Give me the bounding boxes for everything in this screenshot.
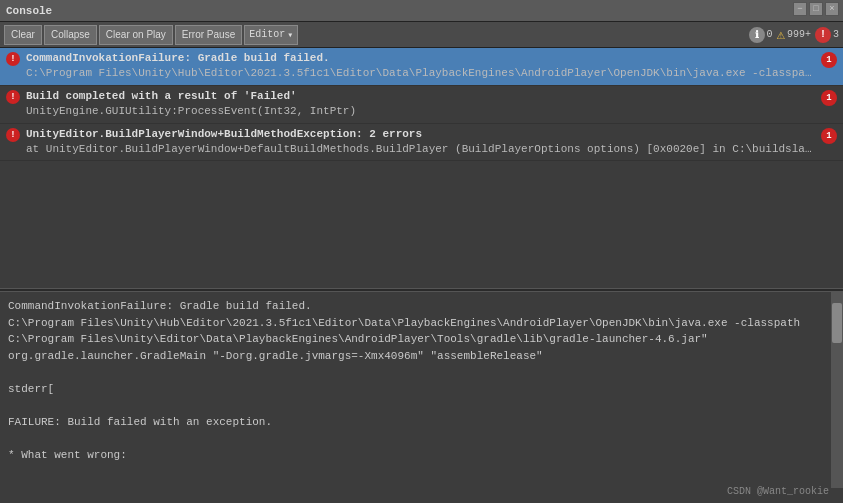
scrollbar-thumb[interactable] [832,303,842,343]
title-bar: Console − □ × [0,0,843,22]
log-count-badge: 1 [821,52,837,68]
warn-indicator[interactable]: ⚠ 999+ [777,26,811,43]
window-controls: − □ × [793,2,839,16]
log-count-badge: 1 [821,128,837,144]
editor-dropdown[interactable]: Editor ▾ [244,25,298,45]
console-log-area: !CommandInvokationFailure: Gradle build … [0,48,843,288]
log-entry[interactable]: !UnityEditor.BuildPlayerWindow+BuildMeth… [0,124,843,162]
toolbar: Clear Collapse Clear on Play Error Pause… [0,22,843,48]
error-icon: ! [6,90,20,104]
error-icon: ! [6,128,20,142]
clear-on-play-button[interactable]: Clear on Play [99,25,173,45]
log-line2: C:\Program Files\Unity\Hub\Editor\2021.3… [26,66,817,81]
log-count-badge: 1 [821,90,837,106]
error-icon: ! [6,52,20,66]
watermark: CSDN @Want_rookie [727,486,829,497]
clear-button[interactable]: Clear [4,25,42,45]
error-indicator[interactable]: ! 3 [815,27,839,43]
log-line2: at UnityEditor.BuildPlayerWindow+Default… [26,142,817,157]
maximize-button[interactable]: □ [809,2,823,16]
log-line1: UnityEditor.BuildPlayerWindow+BuildMetho… [26,127,817,142]
log-text: UnityEditor.BuildPlayerWindow+BuildMetho… [26,127,817,158]
log-entry[interactable]: !Build completed with a result of 'Faile… [0,86,843,124]
close-button[interactable]: × [825,2,839,16]
minimize-button[interactable]: − [793,2,807,16]
editor-label: Editor [249,29,285,40]
error-pause-button[interactable]: Error Pause [175,25,242,45]
info-count: 0 [767,29,773,40]
info-indicator[interactable]: ℹ 0 [749,27,773,43]
log-line1: Build completed with a result of 'Failed… [26,89,817,104]
log-entries-container: !CommandInvokationFailure: Gradle build … [0,48,843,161]
error-count: 3 [833,29,839,40]
detail-panel: CommandInvokationFailure: Gradle build f… [0,292,843,488]
warn-count: 999+ [787,29,811,40]
log-text: CommandInvokationFailure: Gradle build f… [26,51,817,82]
collapse-button[interactable]: Collapse [44,25,97,45]
info-icon: ℹ [749,27,765,43]
log-line2: UnityEngine.GUIUtility:ProcessEvent(Int3… [26,104,817,119]
detail-text: CommandInvokationFailure: Gradle build f… [8,298,835,463]
log-text: Build completed with a result of 'Failed… [26,89,817,120]
status-indicators: ℹ 0 ⚠ 999+ ! 3 [749,26,839,43]
error-icon: ! [815,27,831,43]
empty-log-area [0,161,843,288]
editor-arrow-icon: ▾ [287,29,293,41]
log-line1: CommandInvokationFailure: Gradle build f… [26,51,817,66]
log-entry[interactable]: !CommandInvokationFailure: Gradle build … [0,48,843,86]
warn-icon: ⚠ [777,26,785,43]
scrollbar[interactable] [831,292,843,488]
window-title: Console [6,5,52,17]
